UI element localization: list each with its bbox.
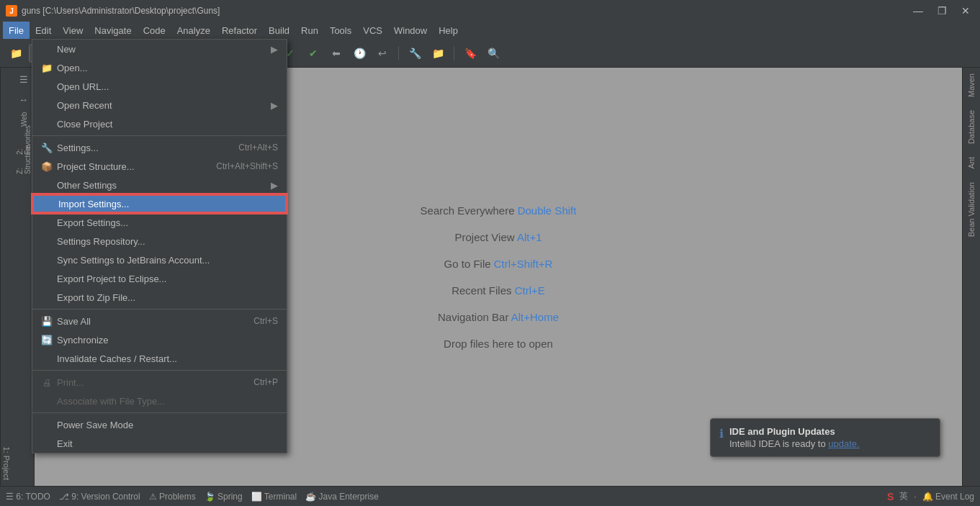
menu-project-structure[interactable]: 📦 Project Structure... Ctrl+Alt+Shift+S xyxy=(32,157,287,176)
wrench-button[interactable]: 🔧 xyxy=(405,43,425,63)
menu-settings[interactable]: 🔧 Settings... Ctrl+Alt+S xyxy=(32,138,287,157)
menu-build[interactable]: Build xyxy=(263,22,295,39)
status-icon-1[interactable]: · xyxy=(914,492,916,502)
status-terminal[interactable]: ⬜ Terminal xyxy=(251,492,297,502)
status-lang[interactable]: 英 xyxy=(899,490,908,502)
shortcut-search: Double Shift xyxy=(518,204,577,217)
project-panel-label[interactable]: 1: Project xyxy=(3,447,12,480)
menu-file[interactable]: File xyxy=(3,22,30,39)
title-bar: J guns [C:\Users\Administrator\Desktop\p… xyxy=(0,0,980,22)
menu-open-recent[interactable]: Open Recent ▶ xyxy=(32,96,287,114)
right-tab-ant[interactable]: Ant xyxy=(964,151,979,175)
menu-close-project-label: Close Project xyxy=(57,119,278,130)
menu-other-settings[interactable]: Other Settings ▶ xyxy=(32,176,287,194)
sidebar-icon-2[interactable]: ↔ xyxy=(15,91,32,108)
git-tick-button[interactable]: ✔ xyxy=(303,43,323,63)
minimize-button[interactable]: — xyxy=(909,5,927,17)
git-history-button[interactable]: 🕐 xyxy=(349,43,369,63)
sep-2 xyxy=(32,309,287,310)
bookmarks-button[interactable]: 🔖 xyxy=(460,43,480,63)
menu-run[interactable]: Run xyxy=(295,22,324,39)
welcome-recent-files: Recent Files Ctrl+E xyxy=(451,284,545,297)
menu-help[interactable]: Help xyxy=(433,22,464,39)
right-tab-database[interactable]: Database xyxy=(964,104,979,150)
invalidate-caches-icon xyxy=(41,353,53,364)
file-dropdown-menu: New ▶ 📁 Open... Open URL... Open Recent … xyxy=(32,39,287,453)
project-structure-shortcut: Ctrl+Alt+Shift+S xyxy=(216,161,278,171)
git-push-button[interactable]: ⬅ xyxy=(326,43,346,63)
menu-export-zip[interactable]: Export to Zip File... xyxy=(32,288,287,307)
sep-3 xyxy=(32,370,287,371)
shortcut-goto-file: Ctrl+Shift+R xyxy=(494,258,553,270)
welcome-search: Search Everywhere Double Shift xyxy=(421,204,577,217)
status-todo[interactable]: ☰ 6: TODO xyxy=(6,492,50,502)
menu-export-settings[interactable]: Export Settings... xyxy=(32,213,287,232)
menu-exit-label: Exit xyxy=(57,438,278,449)
shortcut-nav-bar: Alt+Home xyxy=(511,311,559,323)
welcome-drop-files: Drop files here to open xyxy=(444,338,553,350)
close-project-icon xyxy=(41,118,53,130)
toolbar-sep-4 xyxy=(398,46,399,60)
menu-settings-repo-label: Settings Repository... xyxy=(57,236,278,247)
menu-analyze[interactable]: Analyze xyxy=(171,22,216,39)
sidebar-icon-struct[interactable]: Z: Structure xyxy=(15,151,32,168)
right-tab-bean-validation[interactable]: Bean Validation xyxy=(964,176,979,243)
synchronize-icon: 🔄 xyxy=(41,334,53,345)
status-problems[interactable]: ⚠ Problems xyxy=(149,492,196,502)
structure-button[interactable]: 📁 xyxy=(428,43,448,63)
maximize-button[interactable]: ❐ xyxy=(933,5,951,17)
settings-repo-icon xyxy=(41,235,53,247)
close-button[interactable]: ✕ xyxy=(957,5,974,17)
menu-vcs[interactable]: VCS xyxy=(357,22,388,39)
menu-navigate[interactable]: Navigate xyxy=(89,22,137,39)
status-vc[interactable]: ⎇ 9: Version Control xyxy=(59,492,140,502)
right-tab-maven[interactable]: Maven xyxy=(964,68,979,103)
window-title: guns [C:\Users\Administrator\Desktop\pro… xyxy=(22,6,220,16)
menu-open[interactable]: 📁 Open... xyxy=(32,58,287,77)
sync-settings-icon xyxy=(41,254,53,266)
window-controls[interactable]: — ❐ ✕ xyxy=(909,5,974,17)
menu-exit[interactable]: Exit xyxy=(32,434,287,453)
menu-sync-settings[interactable]: Sync Settings to JetBrains Account... xyxy=(32,250,287,269)
menu-print: 🖨 Print... Ctrl+P xyxy=(32,373,287,392)
new-icon xyxy=(41,43,53,55)
sidebar-icon-1[interactable]: ☰ xyxy=(15,71,32,88)
power-save-icon xyxy=(41,419,53,430)
menu-synchronize[interactable]: 🔄 Synchronize xyxy=(32,330,287,349)
menu-code[interactable]: Code xyxy=(138,22,171,39)
menu-new[interactable]: New ▶ xyxy=(32,40,287,58)
right-sidebar: Maven Database Ant Bean Validation xyxy=(962,68,980,486)
notification-link[interactable]: update. xyxy=(828,438,859,449)
menu-import-settings[interactable]: Import Settings... xyxy=(32,194,287,213)
menu-invalidate-caches[interactable]: Invalidate Caches / Restart... xyxy=(32,349,287,368)
settings-shortcut: Ctrl+Alt+S xyxy=(238,143,278,153)
status-java-enterprise[interactable]: ☕ Java Enterprise xyxy=(305,492,379,502)
menu-open-url[interactable]: Open URL... xyxy=(32,77,287,96)
menu-save-all-label: Save All xyxy=(57,316,253,327)
menu-edit[interactable]: Edit xyxy=(30,22,57,39)
menu-settings-repo[interactable]: Settings Repository... xyxy=(32,232,287,250)
status-sougou[interactable]: S xyxy=(887,491,894,502)
title-bar-left: J guns [C:\Users\Administrator\Desktop\p… xyxy=(6,5,220,17)
other-settings-arrow: ▶ xyxy=(271,180,278,191)
git-revert-button[interactable]: ↩ xyxy=(372,43,392,63)
menu-power-save[interactable]: Power Save Mode xyxy=(32,415,287,434)
associate-file-type-icon xyxy=(41,395,53,407)
menu-view[interactable]: View xyxy=(57,22,89,39)
menu-new-label: New xyxy=(57,44,268,55)
menu-tools[interactable]: Tools xyxy=(324,22,357,39)
menu-close-project[interactable]: Close Project xyxy=(32,114,287,133)
toolbar-folder-icon[interactable]: 📁 xyxy=(6,43,26,63)
status-spring[interactable]: 🍃 Spring xyxy=(204,492,243,502)
menu-export-eclipse[interactable]: Export Project to Eclipse... xyxy=(32,269,287,288)
status-event-log[interactable]: 🔔 Event Log xyxy=(922,492,974,502)
menu-window[interactable]: Window xyxy=(388,22,433,39)
exit-icon xyxy=(41,438,53,449)
menu-bar: File Edit View Navigate Code Analyze Ref… xyxy=(0,22,980,39)
settings-icon: 🔧 xyxy=(41,142,53,153)
menu-open-url-label: Open URL... xyxy=(57,81,278,92)
menu-refactor[interactable]: Refactor xyxy=(216,22,263,39)
find-button[interactable]: 🔍 xyxy=(483,43,503,63)
welcome-goto-file: Go to File Ctrl+Shift+R xyxy=(444,258,553,270)
menu-save-all[interactable]: 💾 Save All Ctrl+S xyxy=(32,312,287,330)
